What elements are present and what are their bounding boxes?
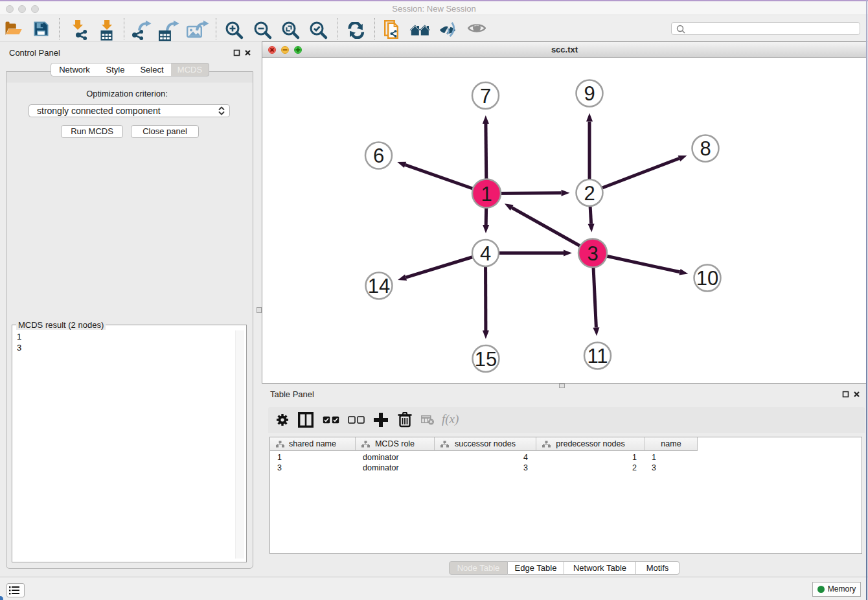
svg-text:6: 6 bbox=[373, 144, 384, 167]
svg-text:4: 4 bbox=[480, 242, 491, 265]
svg-text:9: 9 bbox=[584, 82, 595, 105]
svg-text:14: 14 bbox=[368, 275, 390, 297]
svg-text:2: 2 bbox=[584, 182, 595, 205]
svg-text:11: 11 bbox=[587, 345, 608, 367]
svg-text:10: 10 bbox=[696, 267, 718, 290]
svg-text:f(x): f(x) bbox=[442, 413, 459, 426]
svg-text:15: 15 bbox=[475, 348, 497, 371]
svg-text:7: 7 bbox=[480, 85, 491, 108]
svg-text:3: 3 bbox=[587, 242, 598, 265]
svg-text:8: 8 bbox=[700, 137, 711, 160]
svg-text:1: 1 bbox=[481, 183, 492, 205]
